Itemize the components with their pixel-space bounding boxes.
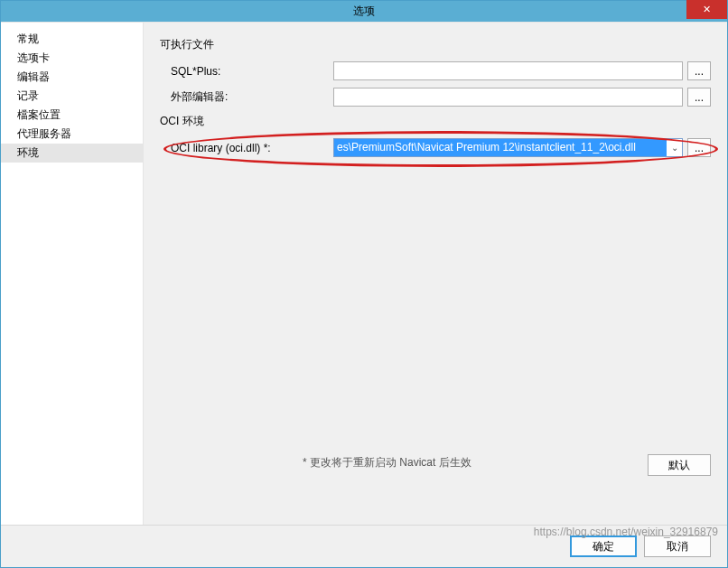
- cancel-button-label: 取消: [667, 539, 688, 554]
- row-oci-lib: OCI library (oci.dll) *: es\PremiumSoft\…: [160, 138, 711, 157]
- input-oci-lib-selection: es\PremiumSoft\Navicat Premium 12\instan…: [334, 139, 667, 156]
- close-button[interactable]: ✕: [686, 0, 727, 19]
- cancel-button[interactable]: 取消: [644, 535, 711, 557]
- input-sqlplus[interactable]: [333, 61, 683, 80]
- sidebar-item-label: 常规: [17, 33, 39, 45]
- sidebar: 常规 选项卡 编辑器 记录 檔案位置 代理服务器 环境: [1, 22, 144, 525]
- sidebar-item-label: 选项卡: [17, 51, 50, 64]
- sidebar-item-editor[interactable]: 编辑器: [1, 68, 143, 87]
- label-ext-editor: 外部编辑器:: [171, 89, 333, 105]
- input-ext-editor[interactable]: [333, 88, 683, 107]
- sidebar-item-label: 编辑器: [17, 70, 50, 83]
- sidebar-item-environment[interactable]: 环境: [1, 144, 143, 163]
- label-oci-lib: OCI library (oci.dll) *:: [171, 142, 333, 154]
- default-button-label: 默认: [668, 458, 690, 473]
- ellipsis-icon: ...: [695, 142, 704, 154]
- sidebar-item-label: 代理服务器: [17, 127, 71, 140]
- section-oci: OCI 环境: [160, 114, 711, 129]
- sidebar-item-tabs[interactable]: 选项卡: [1, 49, 143, 68]
- sidebar-item-file-location[interactable]: 檔案位置: [1, 106, 143, 125]
- ok-button-label: 确定: [593, 539, 614, 554]
- browse-sqlplus-button[interactable]: ...: [687, 61, 711, 80]
- sidebar-item-label: 记录: [17, 89, 39, 102]
- options-dialog: 选项 ✕ 常规 选项卡 编辑器 记录 檔案位置 代理服务器 环境 可执行文件 S…: [0, 0, 728, 568]
- ellipsis-icon: ...: [695, 91, 704, 104]
- sidebar-item-general[interactable]: 常规: [1, 30, 143, 49]
- sidebar-item-label: 环境: [17, 146, 39, 159]
- ellipsis-icon: ...: [695, 65, 704, 78]
- sidebar-item-label: 檔案位置: [17, 108, 61, 121]
- titlebar: 选项 ✕: [1, 1, 727, 22]
- ok-button[interactable]: 确定: [570, 535, 637, 557]
- content-panel: 可执行文件 SQL*Plus: ... 外部编辑器: ... OCI 环境 OC…: [144, 22, 727, 525]
- chevron-down-icon[interactable]: ⌄: [667, 139, 682, 156]
- browse-oci-lib-button[interactable]: ...: [687, 138, 711, 157]
- row-ext-editor: 外部编辑器: ...: [160, 88, 711, 107]
- restart-note: * 更改将于重新启动 Navicat 后生效: [303, 455, 471, 470]
- browse-ext-editor-button[interactable]: ...: [687, 88, 711, 107]
- section-executable: 可执行文件: [160, 37, 711, 52]
- sidebar-item-proxy[interactable]: 代理服务器: [1, 125, 143, 144]
- default-button[interactable]: 默认: [648, 454, 711, 476]
- dialog-body: 常规 选项卡 编辑器 记录 檔案位置 代理服务器 环境 可执行文件 SQL*Pl…: [1, 22, 727, 525]
- label-sqlplus: SQL*Plus:: [171, 65, 333, 78]
- dialog-footer: 确定 取消: [1, 525, 727, 567]
- combo-oci-lib[interactable]: es\PremiumSoft\Navicat Premium 12\instan…: [333, 138, 683, 157]
- window-title: 选项: [1, 4, 727, 19]
- close-icon: ✕: [703, 4, 711, 15]
- sidebar-item-records[interactable]: 记录: [1, 87, 143, 106]
- row-sqlplus: SQL*Plus: ...: [160, 61, 711, 80]
